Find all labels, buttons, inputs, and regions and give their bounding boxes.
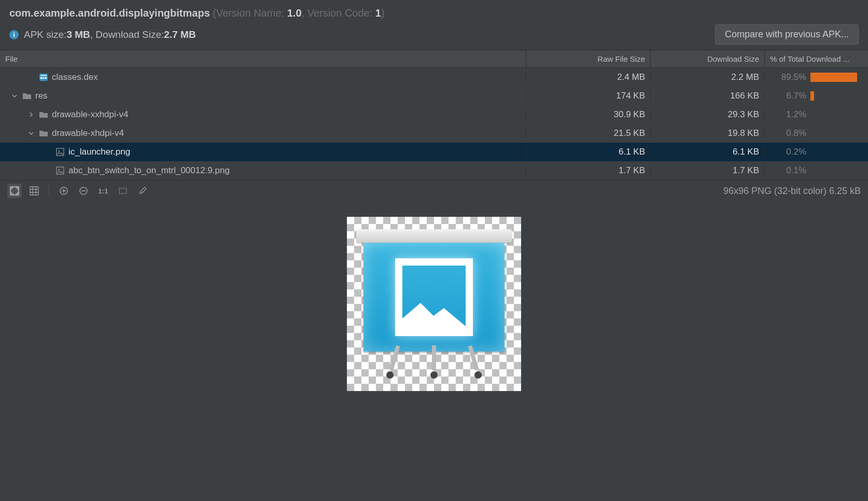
pct-text: 6.7% (770, 91, 806, 101)
file-name: res (35, 91, 48, 101)
pct-text: 89.5% (770, 72, 806, 82)
svg-point-6 (59, 150, 60, 152)
col-header-pct[interactable]: % of Total Download ... (764, 50, 868, 67)
download-size: 6.1 KB (650, 147, 764, 157)
pct-text: 0.2% (770, 147, 806, 157)
bounds-toggle-button[interactable] (116, 184, 130, 198)
table-row[interactable]: abc_btn_switch_to_on_mtrl_00012.9.png1.7… (0, 161, 868, 180)
download-size: 29.3 KB (650, 109, 764, 120)
svg-point-8 (59, 169, 60, 171)
raw-size: 21.5 KB (526, 128, 650, 138)
file-name: abc_btn_switch_to_on_mtrl_00012.9.png (68, 165, 230, 176)
preview-area (0, 201, 868, 501)
pct-text: 1.2% (770, 109, 806, 120)
fit-to-window-button[interactable] (7, 184, 22, 198)
apk-size-line: i APK size: 3 MB , Download Size: 2.7 MB (9, 29, 196, 40)
dl-size: 2.7 MB (164, 29, 195, 40)
table-row[interactable]: drawable-xxhdpi-v430.9 KB29.3 KB1.2% (0, 105, 868, 124)
launcher-icon-graphic (356, 226, 512, 382)
raw-size: 6.1 KB (526, 147, 650, 157)
image-preview[interactable] (347, 217, 521, 391)
folder-icon (38, 128, 49, 138)
apk-title-line: com.example.android.displayingbitmaps (V… (9, 7, 859, 19)
zoom-in-button[interactable] (57, 184, 71, 198)
folder-icon (22, 91, 32, 101)
preview-info-text: 96x96 PNG (32-bit color) 6.25 kB (723, 186, 861, 197)
file-table: File Raw File Size Download Size % of To… (0, 50, 868, 180)
raw-size: 1.7 KB (526, 165, 650, 176)
table-row[interactable]: res174 KB166 KB6.7% (0, 87, 868, 105)
raw-size: 174 KB (526, 91, 650, 101)
download-size: 166 KB (650, 91, 764, 101)
img-icon (55, 165, 65, 176)
raw-size: 2.4 MB (526, 72, 650, 82)
info-icon: i (9, 30, 19, 39)
expand-chevron-icon[interactable] (10, 93, 19, 99)
expand-chevron-icon[interactable] (27, 112, 35, 118)
svg-rect-5 (57, 148, 64, 156)
dex-icon (38, 72, 49, 82)
version-name: 1.0 (287, 7, 302, 19)
file-name: drawable-xxhdpi-v4 (52, 109, 128, 120)
pct-bar (810, 147, 863, 157)
actual-size-button[interactable]: 1:1 (96, 184, 110, 198)
version-name-label: (Version Name: (213, 7, 287, 19)
svg-rect-4 (40, 75, 47, 76)
pct-bar (810, 73, 863, 82)
zoom-out-button[interactable] (76, 184, 91, 198)
pct-bar (810, 166, 863, 175)
toolbar-separator (49, 185, 49, 197)
svg-rect-12 (119, 188, 127, 193)
file-name: classes.dex (52, 72, 98, 82)
download-size: 2.2 MB (650, 72, 764, 82)
download-size: 1.7 KB (650, 165, 764, 176)
svg-rect-1 (40, 77, 43, 79)
file-name: ic_launcher.png (68, 147, 130, 157)
version-code: 1 (375, 7, 381, 19)
expand-chevron-icon[interactable] (27, 130, 35, 136)
pct-text: 0.8% (770, 128, 806, 138)
pct-bar (810, 129, 863, 138)
folder-icon (38, 109, 49, 120)
table-row[interactable]: classes.dex2.4 MB2.2 MB89.5% (0, 68, 868, 87)
table-body: classes.dex2.4 MB2.2 MB89.5%res174 KB166… (0, 68, 868, 180)
table-row[interactable]: drawable-xhdpi-v421.5 KB19.8 KB0.8% (0, 124, 868, 143)
color-picker-button[interactable] (135, 184, 150, 198)
svg-rect-2 (43, 77, 44, 79)
col-header-raw[interactable]: Raw File Size (526, 50, 650, 67)
pct-text: 0.1% (770, 165, 806, 176)
apk-size: 3 MB (66, 29, 90, 40)
apk-size-label: APK size: (24, 29, 66, 40)
table-header: File Raw File Size Download Size % of To… (0, 50, 868, 68)
pct-bar (810, 91, 863, 101)
img-icon (55, 147, 65, 157)
dl-size-label: , Download Size: (90, 29, 164, 40)
svg-rect-3 (45, 77, 47, 79)
file-name: drawable-xhdpi-v4 (52, 128, 124, 138)
package-name: com.example.android.displayingbitmaps (9, 7, 210, 19)
close-paren: ) (381, 7, 385, 19)
grid-toggle-button[interactable] (27, 184, 41, 198)
col-header-file[interactable]: File (0, 50, 526, 67)
download-size: 19.8 KB (650, 128, 764, 138)
apk-header: com.example.android.displayingbitmaps (V… (0, 0, 868, 50)
svg-rect-7 (57, 167, 64, 174)
preview-toolbar: 1:1 96x96 PNG (32-bit color) 6.25 kB (0, 180, 868, 201)
version-code-label: , Version Code: (302, 7, 375, 19)
compare-previous-apk-button[interactable]: Compare with previous APK... (715, 24, 859, 45)
col-header-dl[interactable]: Download Size (650, 50, 764, 67)
pct-bar (810, 110, 863, 119)
table-row[interactable]: ic_launcher.png6.1 KB6.1 KB0.2% (0, 143, 868, 161)
raw-size: 30.9 KB (526, 109, 650, 120)
